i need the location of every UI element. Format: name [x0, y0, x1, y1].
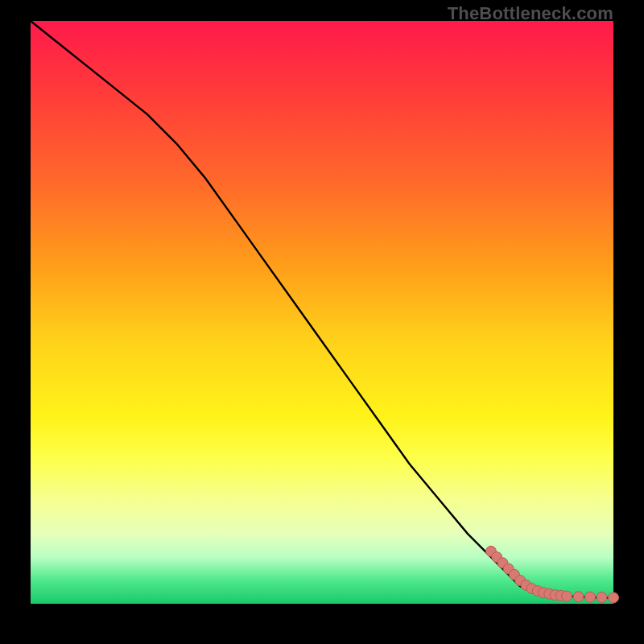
tail-marker: [597, 592, 607, 603]
tail-marker: [609, 592, 619, 603]
bottleneck-curve: [31, 21, 613, 598]
tail-marker: [585, 592, 596, 602]
tail-marker: [573, 592, 584, 602]
chart-overlay: [31, 21, 613, 604]
tail-marker: [562, 591, 572, 601]
chart-stage: TheBottleneck.com: [0, 0, 644, 644]
tail-markers: [485, 546, 618, 603]
heatmap-background: [31, 21, 613, 604]
